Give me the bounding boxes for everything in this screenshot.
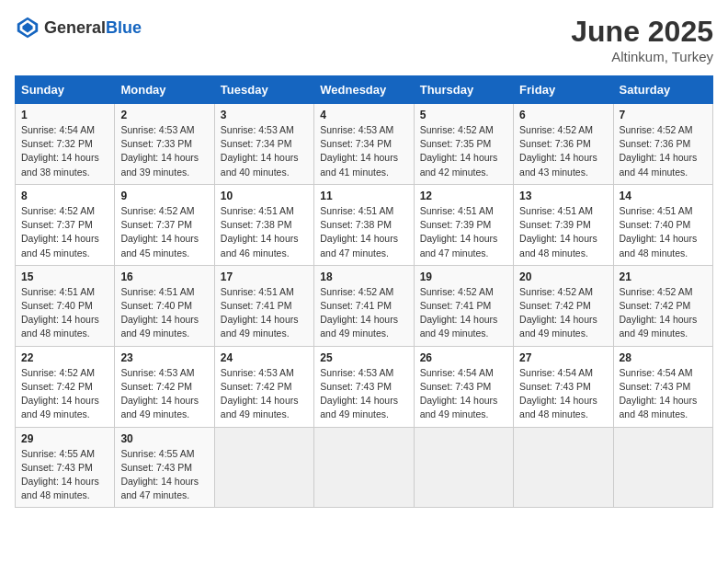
table-row: 6Sunrise: 4:52 AMSunset: 7:36 PMDaylight…: [514, 104, 613, 185]
table-row: 18Sunrise: 4:52 AMSunset: 7:41 PMDayligh…: [314, 265, 414, 346]
table-row: 24Sunrise: 4:53 AMSunset: 7:42 PMDayligh…: [214, 346, 313, 427]
day-number: 7: [620, 109, 707, 121]
page-header: GeneralBlue June 2025 Altinkum, Turkey: [15, 15, 713, 64]
day-info: Sunrise: 4:52 AMSunset: 7:37 PMDaylight:…: [120, 204, 208, 260]
table-row: 19Sunrise: 4:52 AMSunset: 7:41 PMDayligh…: [414, 265, 513, 346]
day-number: 21: [620, 270, 707, 283]
day-info: Sunrise: 4:51 AMSunset: 7:40 PMDaylight:…: [21, 285, 108, 341]
day-number: 5: [420, 109, 507, 121]
day-number: 17: [221, 270, 308, 283]
calendar-week-5: 29Sunrise: 4:55 AMSunset: 7:43 PMDayligh…: [16, 427, 713, 508]
day-number: 3: [221, 109, 308, 121]
calendar-week-2: 8Sunrise: 4:52 AMSunset: 7:37 PMDaylight…: [16, 184, 713, 265]
day-info: Sunrise: 4:51 AMSunset: 7:38 PMDaylight:…: [320, 204, 407, 260]
table-row: 23Sunrise: 4:53 AMSunset: 7:42 PMDayligh…: [115, 346, 214, 427]
table-row: 7Sunrise: 4:52 AMSunset: 7:36 PMDaylight…: [613, 104, 712, 185]
day-info: Sunrise: 4:51 AMSunset: 7:40 PMDaylight:…: [620, 204, 707, 260]
day-number: 24: [221, 351, 308, 364]
day-number: 22: [21, 351, 108, 364]
col-thursday: Thursday: [414, 76, 513, 104]
table-row: 2Sunrise: 4:53 AMSunset: 7:33 PMDaylight…: [115, 104, 214, 185]
day-info: Sunrise: 4:51 AMSunset: 7:40 PMDaylight:…: [120, 285, 208, 341]
logo: GeneralBlue: [15, 15, 142, 40]
day-info: Sunrise: 4:53 AMSunset: 7:33 PMDaylight:…: [120, 123, 208, 179]
day-info: Sunrise: 4:51 AMSunset: 7:39 PMDaylight:…: [420, 204, 507, 260]
table-row: 8Sunrise: 4:52 AMSunset: 7:37 PMDaylight…: [16, 184, 115, 265]
table-row: 5Sunrise: 4:52 AMSunset: 7:35 PMDaylight…: [414, 104, 513, 185]
day-info: Sunrise: 4:55 AMSunset: 7:43 PMDaylight:…: [21, 447, 108, 503]
day-number: 1: [21, 109, 108, 121]
col-saturday: Saturday: [613, 76, 712, 104]
logo-general: General: [44, 18, 106, 37]
day-number: 16: [120, 270, 208, 283]
logo-blue: Blue: [106, 18, 142, 37]
day-number: 23: [120, 351, 208, 364]
calendar-table: Sunday Monday Tuesday Wednesday Thursday…: [15, 75, 713, 508]
day-info: Sunrise: 4:52 AMSunset: 7:42 PMDaylight:…: [519, 285, 607, 341]
day-number: 20: [519, 270, 607, 283]
table-row: 12Sunrise: 4:51 AMSunset: 7:39 PMDayligh…: [414, 184, 513, 265]
col-monday: Monday: [115, 76, 214, 104]
day-info: Sunrise: 4:54 AMSunset: 7:43 PMDaylight:…: [620, 366, 707, 422]
day-info: Sunrise: 4:53 AMSunset: 7:42 PMDaylight:…: [221, 366, 308, 422]
calendar-week-1: 1Sunrise: 4:54 AMSunset: 7:32 PMDaylight…: [16, 104, 713, 185]
day-number: 29: [21, 432, 108, 445]
day-number: 30: [120, 432, 208, 445]
day-info: Sunrise: 4:53 AMSunset: 7:34 PMDaylight:…: [320, 123, 407, 179]
table-row: 11Sunrise: 4:51 AMSunset: 7:38 PMDayligh…: [314, 184, 414, 265]
day-number: 28: [620, 351, 707, 364]
table-row: 30Sunrise: 4:55 AMSunset: 7:43 PMDayligh…: [115, 427, 214, 508]
logo-icon: [15, 15, 40, 40]
table-row: 15Sunrise: 4:51 AMSunset: 7:40 PMDayligh…: [16, 265, 115, 346]
day-info: Sunrise: 4:52 AMSunset: 7:42 PMDaylight:…: [620, 285, 707, 341]
day-info: Sunrise: 4:52 AMSunset: 7:41 PMDaylight:…: [320, 285, 407, 341]
day-info: Sunrise: 4:51 AMSunset: 7:38 PMDaylight:…: [221, 204, 308, 260]
table-row: 21Sunrise: 4:52 AMSunset: 7:42 PMDayligh…: [613, 265, 712, 346]
day-info: Sunrise: 4:52 AMSunset: 7:36 PMDaylight:…: [620, 123, 707, 179]
table-row: 29Sunrise: 4:55 AMSunset: 7:43 PMDayligh…: [16, 427, 115, 508]
table-row: [214, 427, 313, 508]
day-number: 12: [420, 190, 507, 202]
table-row: 4Sunrise: 4:53 AMSunset: 7:34 PMDaylight…: [314, 104, 414, 185]
col-tuesday: Tuesday: [214, 76, 313, 104]
day-info: Sunrise: 4:53 AMSunset: 7:43 PMDaylight:…: [320, 366, 407, 422]
table-row: 17Sunrise: 4:51 AMSunset: 7:41 PMDayligh…: [214, 265, 313, 346]
day-info: Sunrise: 4:53 AMSunset: 7:34 PMDaylight:…: [221, 123, 308, 179]
day-info: Sunrise: 4:53 AMSunset: 7:42 PMDaylight:…: [120, 366, 208, 422]
day-info: Sunrise: 4:52 AMSunset: 7:41 PMDaylight:…: [420, 285, 507, 341]
day-number: 19: [420, 270, 507, 283]
day-number: 14: [620, 190, 707, 202]
table-row: 10Sunrise: 4:51 AMSunset: 7:38 PMDayligh…: [214, 184, 313, 265]
table-row: 26Sunrise: 4:54 AMSunset: 7:43 PMDayligh…: [414, 346, 513, 427]
table-row: 9Sunrise: 4:52 AMSunset: 7:37 PMDaylight…: [115, 184, 214, 265]
day-info: Sunrise: 4:54 AMSunset: 7:43 PMDaylight:…: [420, 366, 507, 422]
day-info: Sunrise: 4:54 AMSunset: 7:32 PMDaylight:…: [21, 123, 108, 179]
day-number: 6: [519, 109, 607, 121]
day-number: 25: [320, 351, 407, 364]
calendar-week-3: 15Sunrise: 4:51 AMSunset: 7:40 PMDayligh…: [16, 265, 713, 346]
day-info: Sunrise: 4:51 AMSunset: 7:39 PMDaylight:…: [519, 204, 607, 260]
day-number: 27: [519, 351, 607, 364]
day-info: Sunrise: 4:55 AMSunset: 7:43 PMDaylight:…: [120, 447, 208, 503]
table-row: 22Sunrise: 4:52 AMSunset: 7:42 PMDayligh…: [16, 346, 115, 427]
calendar-header-row: Sunday Monday Tuesday Wednesday Thursday…: [16, 76, 713, 104]
table-row: 25Sunrise: 4:53 AMSunset: 7:43 PMDayligh…: [314, 346, 414, 427]
col-friday: Friday: [514, 76, 613, 104]
day-info: Sunrise: 4:54 AMSunset: 7:43 PMDaylight:…: [519, 366, 607, 422]
day-number: 18: [320, 270, 407, 283]
col-sunday: Sunday: [16, 76, 115, 104]
day-info: Sunrise: 4:52 AMSunset: 7:37 PMDaylight:…: [21, 204, 108, 260]
table-row: 28Sunrise: 4:54 AMSunset: 7:43 PMDayligh…: [613, 346, 712, 427]
table-row: 16Sunrise: 4:51 AMSunset: 7:40 PMDayligh…: [115, 265, 214, 346]
location-subtitle: Altinkum, Turkey: [571, 49, 713, 64]
title-block: June 2025 Altinkum, Turkey: [571, 15, 713, 64]
table-row: [414, 427, 513, 508]
day-number: 10: [221, 190, 308, 202]
logo-text: GeneralBlue: [44, 18, 142, 38]
table-row: 27Sunrise: 4:54 AMSunset: 7:43 PMDayligh…: [514, 346, 613, 427]
day-number: 8: [21, 190, 108, 202]
table-row: 1Sunrise: 4:54 AMSunset: 7:32 PMDaylight…: [16, 104, 115, 185]
day-number: 9: [120, 190, 208, 202]
day-number: 2: [120, 109, 208, 121]
table-row: [613, 427, 712, 508]
